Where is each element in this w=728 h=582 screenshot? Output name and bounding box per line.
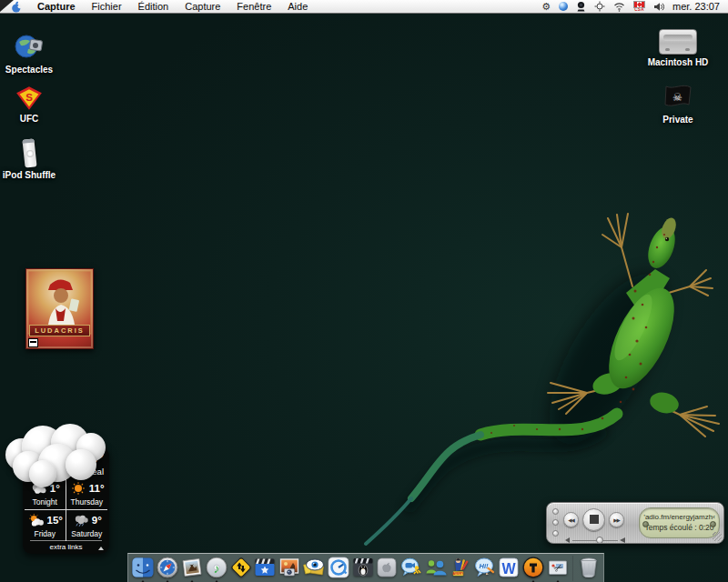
keyboard-layout-label: CSA — [634, 8, 643, 13]
itunes-icon — [205, 556, 228, 579]
forecast-grid: 1° Tonight 11° Thursday — [25, 478, 107, 541]
ichat-icon — [399, 556, 423, 579]
album-title-band: LUDACRIS — [29, 325, 90, 336]
volume-low-icon — [565, 537, 570, 543]
dock-separator — [572, 556, 573, 581]
desktop-icon-private[interactable]: ☠ Private — [645, 85, 711, 125]
stop-button[interactable] — [582, 508, 605, 531]
grab-scissors-icon — [546, 556, 570, 579]
dock-quicktime[interactable] — [326, 556, 350, 582]
dock-ichat[interactable] — [399, 556, 424, 582]
dock-imovie[interactable] — [253, 556, 278, 582]
volume-high-icon — [620, 537, 625, 543]
menu-app-name[interactable]: Capture — [29, 0, 84, 14]
globe-camera-icon — [14, 33, 45, 62]
dock-mplayer[interactable] — [350, 556, 375, 582]
menu-capture[interactable]: Capture — [177, 0, 228, 14]
dock-iphoto[interactable] — [278, 556, 302, 582]
icon-label: Spectacles — [1, 65, 57, 75]
fast-forward-button[interactable]: ▶▶ — [609, 512, 624, 527]
quicktime-icon — [327, 556, 350, 579]
menu-fichier[interactable]: Fichier — [84, 0, 130, 14]
superman-shield-icon: S — [15, 85, 43, 111]
preview-icon — [180, 556, 204, 579]
webcam-menu-icon[interactable] — [576, 1, 586, 13]
forecast-temp: 15° — [47, 515, 63, 526]
dock-safari[interactable] — [156, 556, 180, 582]
dock-apple-box-app[interactable] — [375, 556, 399, 582]
forecast-temp: 9° — [92, 515, 102, 526]
canada-flag-menu-icon[interactable]: CSA — [633, 1, 645, 13]
blue-orb-menu-icon[interactable] — [559, 1, 568, 13]
crosshair-menu-icon[interactable] — [594, 1, 605, 13]
eye-photos-icon — [302, 556, 326, 579]
desktop-icon-ipod-shuffle[interactable]: iPod Shuffle — [0, 139, 58, 180]
canada-flag — [633, 1, 645, 8]
dock-avery-design[interactable] — [448, 556, 472, 582]
forecast-tonight[interactable]: 1° Tonight — [25, 478, 66, 510]
penguin-clapper-icon — [351, 556, 375, 579]
city-label: Montreal — [70, 467, 104, 477]
stream-title: ’adio.fm/energyjamzh‹ — [640, 513, 719, 521]
trash-icon — [577, 556, 601, 579]
dock-preview[interactable] — [180, 556, 205, 582]
rewind-button[interactable]: ◀◀ — [563, 512, 579, 527]
weather-widget[interactable]: 4° Montreal 1° Tonight — [0, 418, 164, 573]
gears-menu-icon[interactable]: ⚙ — [541, 1, 551, 13]
apple-box-icon — [375, 556, 399, 579]
fast-forward-icon: ▶▶ — [613, 517, 619, 523]
window-minimize-button[interactable] — [552, 519, 559, 526]
dock-itunes[interactable] — [204, 556, 228, 582]
desktop-icon-spectacles[interactable]: Spectacles — [1, 33, 57, 75]
dock-grab[interactable] — [546, 556, 571, 582]
svg-text:S: S — [25, 92, 33, 103]
menu-edition[interactable]: Édition — [130, 0, 177, 14]
dock-road-sign-app[interactable] — [228, 556, 253, 582]
dock-word[interactable] — [497, 556, 521, 582]
window-close-button[interactable] — [552, 508, 559, 515]
extra-links[interactable]: extra links — [30, 540, 102, 551]
volume-slider[interactable] — [565, 537, 627, 544]
forecast-temp: 1° — [50, 483, 60, 494]
volume-menu-icon[interactable] — [653, 1, 664, 13]
airport-menu-icon[interactable] — [613, 1, 625, 13]
lcd-right-button[interactable] — [710, 521, 716, 527]
weather-current: 4° Montreal — [70, 449, 104, 477]
weather-panel: 4° Montreal 1° Tonight — [23, 447, 109, 554]
desktop-icon-macintosh-hd[interactable]: Macintosh HD — [634, 29, 722, 67]
sun-cloud-icon — [27, 513, 46, 527]
speech-bubble-pencil-icon — [473, 556, 497, 579]
volume-knob[interactable] — [596, 537, 603, 544]
hard-drive-icon — [659, 29, 697, 55]
widget-expand-arrow-icon[interactable] — [98, 547, 104, 550]
moon-cloud-icon — [30, 481, 48, 496]
forecast-saturday[interactable]: 9° Saturday — [66, 510, 108, 541]
icon-label: UFC — [2, 114, 56, 124]
icon-label: Macintosh HD — [634, 57, 722, 67]
current-temp: 4° — [70, 449, 104, 467]
safari-icon — [156, 556, 179, 579]
lcd-left-button[interactable] — [642, 521, 649, 527]
resize-grip[interactable] — [713, 532, 722, 541]
snow-cloud-icon — [72, 513, 90, 527]
dock-subethaedit[interactable] — [472, 556, 497, 582]
album-cover-ludacris[interactable]: LUDACRIS — [25, 268, 94, 349]
dock-toast[interactable] — [521, 556, 546, 582]
desktop-icon-ufc[interactable]: S UFC — [2, 85, 56, 124]
menu-clock[interactable]: mer. 23:07 — [672, 1, 720, 12]
dock-trash[interactable] — [576, 556, 601, 582]
forecast-friday[interactable]: 15° Friday — [25, 510, 66, 541]
forecast-thursday[interactable]: 11° Thursday — [66, 478, 108, 510]
window-zoom-button[interactable] — [552, 530, 559, 537]
dock-msn-messenger[interactable] — [424, 556, 449, 582]
imovie-icon — [253, 556, 277, 579]
msn-messenger-icon — [424, 556, 448, 579]
forecast-day: Tonight — [25, 497, 66, 507]
menu-fenetre[interactable]: Fenêtre — [228, 0, 279, 14]
dock-image-viewer[interactable] — [302, 556, 327, 582]
rewind-icon: ◀◀ — [568, 517, 573, 523]
album-title: LUDACRIS — [35, 326, 85, 335]
dock-finder[interactable] — [131, 556, 156, 582]
volume-track — [572, 540, 618, 542]
menu-aide[interactable]: Aide — [279, 0, 316, 14]
